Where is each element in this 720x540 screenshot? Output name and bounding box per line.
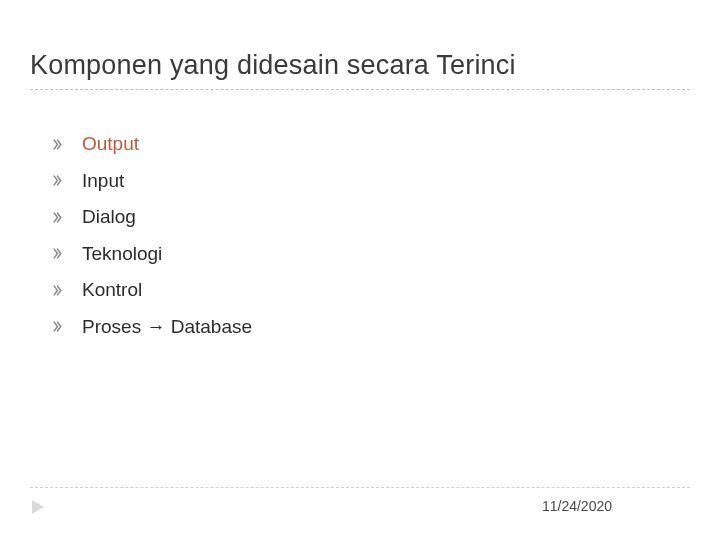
list-item-label: Dialog bbox=[82, 203, 136, 232]
bullet-icon bbox=[52, 285, 68, 296]
list-item-label: Output bbox=[82, 130, 139, 159]
list-item: Dialog bbox=[52, 203, 690, 232]
list-item: Teknologi bbox=[52, 240, 690, 269]
list-item-label: Kontrol bbox=[82, 276, 142, 305]
footer-date: 11/24/2020 bbox=[542, 498, 612, 514]
bullet-icon bbox=[52, 139, 68, 150]
list-item: Output bbox=[52, 130, 690, 159]
bullet-icon bbox=[52, 248, 68, 259]
list-item-label: Teknologi bbox=[82, 240, 162, 269]
slide-title: Komponen yang didesain secara Terinci bbox=[30, 50, 690, 87]
svg-marker-0 bbox=[32, 500, 44, 514]
list-item: Input bbox=[52, 167, 690, 196]
footer-arrow-icon bbox=[32, 500, 48, 514]
bullet-icon bbox=[52, 212, 68, 223]
title-divider bbox=[30, 89, 690, 90]
list-item-label: Input bbox=[82, 167, 124, 196]
bullet-list: Output Input Dialog Teknologi Kontrol bbox=[30, 130, 690, 341]
list-item-label: Proses → Database bbox=[82, 313, 252, 342]
list-item: Proses → Database bbox=[52, 313, 690, 342]
bullet-icon bbox=[52, 321, 68, 332]
list-item: Kontrol bbox=[52, 276, 690, 305]
bullet-icon bbox=[52, 175, 68, 186]
slide: Komponen yang didesain secara Terinci Ou… bbox=[0, 0, 720, 540]
footer-divider bbox=[30, 487, 690, 488]
